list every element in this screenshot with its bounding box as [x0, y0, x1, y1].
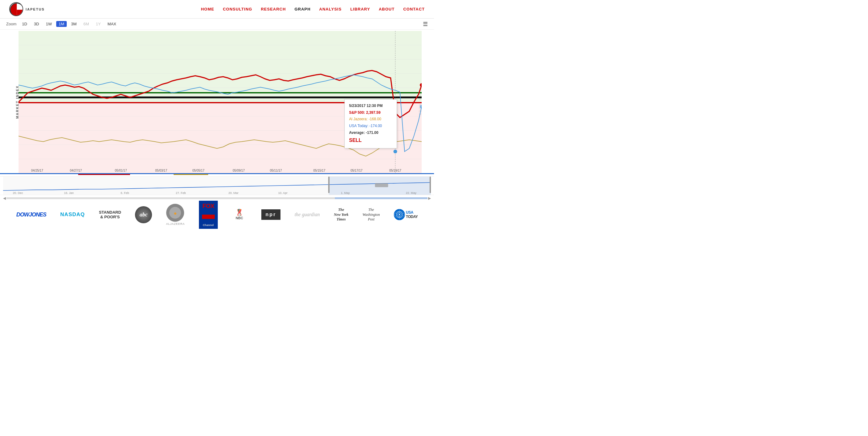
logo-icon	[9, 2, 23, 16]
aljazeera-logo[interactable]: ⊕ ALJAZEERA	[166, 204, 185, 226]
source-bar-red	[78, 174, 130, 175]
nav-research[interactable]: RESEARCH	[261, 7, 286, 11]
nav-contact[interactable]: CONTACT	[403, 7, 425, 11]
overview-svg: 20. Dec 16. Jan 6. Feb 27. Feb 20. Mar 1…	[3, 177, 431, 195]
svg-text:04/27/17: 04/27/17	[70, 169, 82, 172]
tooltip-avg: Average: -171.00	[349, 129, 392, 136]
source-indicator-bar	[0, 173, 434, 175]
nav-consulting[interactable]: CONSULTING	[223, 7, 252, 11]
svg-rect-55	[430, 177, 431, 193]
chart-container: MARKET INDEX NEWS INDEX	[0, 31, 434, 173]
nav-graph[interactable]: GRAPH	[294, 7, 310, 11]
scroll-thumb[interactable]	[335, 197, 428, 199]
zoom-label: Zoom	[6, 22, 17, 26]
svg-text:05/19/17: 05/19/17	[389, 169, 401, 172]
svg-text:10. Apr: 10. Apr	[278, 191, 287, 195]
tooltip-signal: SELL	[349, 136, 392, 145]
guardian-logo[interactable]: the guardian	[295, 212, 320, 217]
svg-rect-2	[19, 31, 422, 102]
main-nav: HOME CONSULTING RESEARCH GRAPH ANALYSIS …	[201, 7, 425, 11]
svg-rect-54	[328, 177, 330, 193]
svg-text:05/05/17: 05/05/17	[192, 169, 205, 172]
zoom-6m[interactable]: 6M	[81, 21, 91, 27]
svg-text:NBC: NBC	[236, 216, 243, 220]
zoom-1y[interactable]: 1Y	[93, 21, 103, 27]
tooltip-sp: S&P 500: 2,397.59	[349, 110, 392, 116]
svg-point-19	[394, 150, 397, 153]
svg-text:04/25/17: 04/25/17	[31, 169, 43, 172]
header: IAPETUS HOME CONSULTING RESEARCH GRAPH A…	[0, 0, 434, 19]
svg-text:⊕: ⊕	[174, 212, 176, 215]
zoom-3d[interactable]: 3D	[32, 21, 42, 27]
svg-text:05/09/17: 05/09/17	[232, 169, 245, 172]
zoom-max[interactable]: MAX	[105, 21, 119, 27]
nasdaq-logo[interactable]: NASDAQ	[60, 211, 85, 218]
nyt-logo[interactable]: TheNew YorkTimes	[334, 207, 348, 222]
svg-text:22. May: 22. May	[406, 191, 416, 195]
zoom-1w[interactable]: 1W	[43, 21, 54, 27]
zoom-bar: Zoom 1D 3D 1W 1M 3M 6M 1Y MAX ☰	[0, 19, 434, 30]
svg-text:05/03/17: 05/03/17	[155, 169, 167, 172]
svg-text:05/01/17: 05/01/17	[115, 169, 127, 172]
hamburger-menu-icon[interactable]: ☰	[423, 21, 428, 28]
zoom-3m[interactable]: 3M	[69, 21, 79, 27]
svg-text:6. Feb: 6. Feb	[121, 191, 129, 195]
usatoday-logo[interactable]: USA TODAY	[394, 209, 417, 220]
zoom-1d[interactable]: 1D	[20, 21, 30, 27]
nav-analysis[interactable]: ANALYSIS	[319, 7, 342, 11]
scroll-right-arrow[interactable]: ▶	[428, 196, 431, 200]
nav-home[interactable]: HOME	[201, 7, 214, 11]
chart-tooltip: 5/23/2017 12:30 PM S&P 500: 2,397.59 Al …	[344, 99, 397, 148]
wp-logo[interactable]: TheWashingtonPost	[363, 207, 380, 222]
svg-point-64	[238, 213, 241, 216]
sp-logo[interactable]: STANDARD& POOR'S	[99, 210, 121, 220]
svg-text:05/17/17: 05/17/17	[350, 169, 363, 172]
tooltip-usa: USA Today: -174.00	[349, 123, 392, 129]
nav-about[interactable]: ABOUT	[379, 7, 395, 11]
nbc-logo[interactable]: NBC	[232, 208, 247, 222]
logo-area: IAPETUS	[9, 2, 45, 16]
dowjones-logo[interactable]: DOWJONES	[17, 211, 46, 218]
svg-text:16. Jan: 16. Jan	[64, 191, 73, 195]
svg-text:05/11/17: 05/11/17	[270, 169, 282, 172]
svg-text:20. Dec: 20. Dec	[13, 191, 23, 195]
foxnews-logo[interactable]: FOX NEWS Channel	[199, 201, 218, 229]
overview-chart: 20. Dec 16. Jan 6. Feb 27. Feb 20. Mar 1…	[0, 176, 434, 195]
main-chart: 2404 2400 2388 2376 2376 2364 2352 2340 …	[19, 31, 422, 173]
svg-text:27. Feb: 27. Feb	[176, 191, 186, 195]
svg-text:1. May: 1. May	[341, 191, 350, 195]
svg-text:20. Mar: 20. Mar	[228, 191, 239, 195]
abc-logo[interactable]: abc	[135, 206, 152, 223]
svg-text:05/15/17: 05/15/17	[313, 169, 325, 172]
tooltip-date: 5/23/2017 12:30 PM	[349, 103, 392, 110]
svg-rect-56	[375, 183, 388, 187]
source-bar-gold	[174, 174, 208, 175]
nav-library[interactable]: LIBRARY	[350, 7, 370, 11]
zoom-1m[interactable]: 1M	[56, 21, 67, 27]
tooltip-aj: Al Jazeera: -168.00	[349, 116, 392, 123]
scroll-left-arrow[interactable]: ◀	[3, 196, 6, 200]
logo-text: IAPETUS	[26, 7, 45, 11]
npr-logo[interactable]: npr	[261, 209, 281, 220]
